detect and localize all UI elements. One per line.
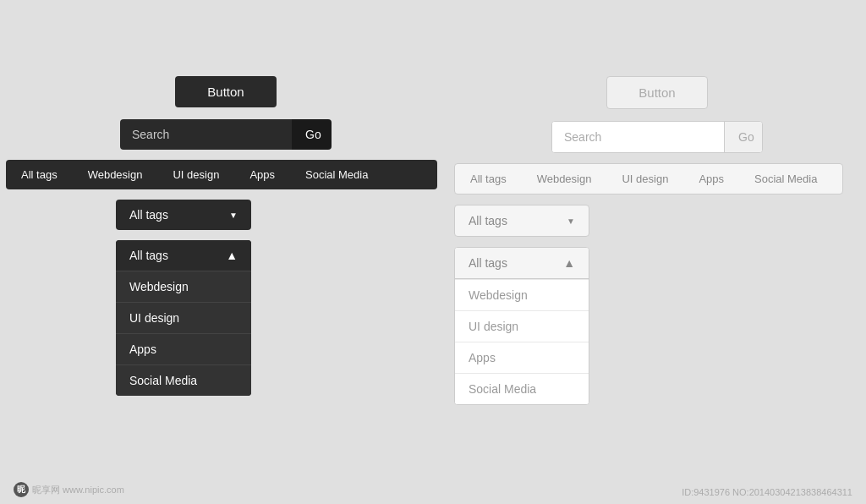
search-go-light[interactable]: Go [724,122,763,152]
dropdown-closed-light[interactable]: All tags ▼ [454,205,589,237]
tag-bar-dark: All tags Webdesign UI design Apps Social… [6,160,437,189]
search-bar-light: Go [551,121,763,153]
dropdown-item-uidesign-light[interactable]: UI design [455,310,589,342]
tag-all-tags-dark[interactable]: All tags [6,160,73,189]
dropdown-item-apps-dark[interactable]: Apps [116,333,251,364]
footer-left: 昵 昵享网 www.nipic.com [14,482,124,497]
search-input-light[interactable] [552,122,724,152]
dropdown-label-dark: All tags [129,208,168,222]
dropdown-open-light: All tags ▲ Webdesign UI design Apps Soci… [454,247,589,405]
tag-webdesign-light[interactable]: Webdesign [522,164,607,194]
tag-social-media-light[interactable]: Social Media [739,164,832,194]
dropdown-open-header-dark[interactable]: All tags ▲ [116,240,251,271]
tag-webdesign-dark[interactable]: Webdesign [73,160,158,189]
tag-apps-light[interactable]: Apps [683,164,739,194]
dropdown-item-social-dark[interactable]: Social Media [116,364,251,396]
dropdown-label-light: All tags [469,214,507,227]
dropdown-item-webdesign-light[interactable]: Webdesign [455,279,589,310]
button-light[interactable]: Button [606,76,708,109]
dropdown-open-header-light[interactable]: All tags ▲ [455,248,589,279]
dropdown-open-label-light: All tags [469,256,507,270]
dropdown-item-webdesign-dark[interactable]: Webdesign [116,271,251,302]
dropdown-open-dark: All tags ▲ Webdesign UI design Apps Soci… [116,240,251,396]
dropdown-open-arrow-dark: ▲ [226,249,238,262]
search-go-dark[interactable]: Go [292,119,332,150]
tag-ui-design-light[interactable]: UI design [606,164,683,194]
dropdown-item-social-light[interactable]: Social Media [455,373,589,404]
tag-social-media-dark[interactable]: Social Media [290,160,383,189]
footer-left-text: 昵享网 www.nipic.com [32,484,124,496]
tag-ui-design-dark[interactable]: UI design [157,160,234,189]
dropdown-arrow-down-dark: ▼ [229,211,238,220]
button-dark[interactable]: Button [175,76,277,107]
tag-apps-dark[interactable]: Apps [234,160,290,189]
dropdown-open-arrow-light: ▲ [563,256,575,270]
watermark-icon: 昵 [14,482,29,497]
tag-bar-light: All tags Webdesign UI design Apps Social… [454,163,843,194]
dropdown-open-label-dark: All tags [129,249,168,262]
dropdown-arrow-down-light: ▼ [567,216,575,226]
search-input-dark[interactable] [120,119,292,150]
tag-all-tags-light[interactable]: All tags [455,164,522,194]
search-bar-dark: Go [120,119,332,150]
dropdown-item-apps-light[interactable]: Apps [455,342,589,373]
dropdown-item-uidesign-dark[interactable]: UI design [116,302,251,333]
dropdown-closed-dark[interactable]: All tags ▼ [116,200,251,230]
footer-right: ID:9431976 NO:20140304213838464311 [682,487,852,497]
